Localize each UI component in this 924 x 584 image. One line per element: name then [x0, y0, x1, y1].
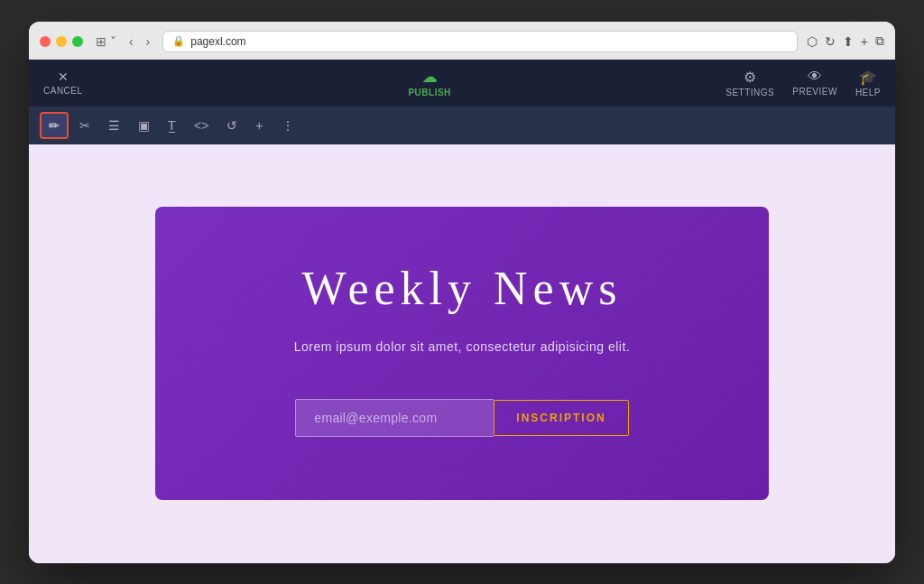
toolbar-right: ⚙ SETTINGS 👁 PREVIEW 🎓 HELP [725, 69, 881, 97]
plus-icon: + [255, 118, 263, 133]
toolbar-center: ☁ PUBLISH [134, 69, 725, 97]
help-button[interactable]: 🎓 HELP [855, 69, 881, 97]
align-icon: ☰ [108, 118, 120, 133]
page-content: Weekly News Lorem ipsum dolor sit amet, … [29, 144, 895, 563]
app-toolbar: ✕ CANCEL ☁ PUBLISH ⚙ SETTINGS 👁 PREVIEW … [29, 60, 895, 107]
undo-tool-button[interactable]: ↺ [219, 114, 245, 137]
ellipsis-icon: ⋮ [282, 118, 294, 133]
cancel-label: CANCEL [43, 86, 83, 96]
pencil-icon: ✏ [49, 118, 60, 133]
publish-button[interactable]: ☁ PUBLISH [408, 69, 450, 97]
maximize-traffic-light[interactable] [72, 36, 83, 47]
minimize-traffic-light[interactable] [56, 36, 67, 47]
refresh-button[interactable]: ↻ [825, 34, 836, 49]
back-button[interactable]: ‹ [125, 32, 137, 51]
code-icon: <> [194, 118, 208, 133]
newsletter-section: Weekly News Lorem ipsum dolor sit amet, … [155, 207, 769, 499]
eye-icon: 👁 [808, 69, 823, 85]
browser-controls: ⊞ ˅ ‹ › [92, 32, 153, 51]
preview-button[interactable]: 👁 PREVIEW [792, 69, 837, 97]
tabs-button[interactable]: ⧉ [875, 33, 884, 49]
publish-label: PUBLISH [408, 88, 450, 97]
cancel-icon: ✕ [58, 70, 69, 84]
scissors-icon: ✂ [79, 118, 90, 133]
text-icon: T̲ [168, 118, 176, 133]
preview-label: PREVIEW [792, 87, 837, 97]
close-traffic-light[interactable] [40, 36, 51, 47]
forward-button[interactable]: › [143, 32, 154, 51]
new-tab-button[interactable]: + [861, 34, 868, 49]
window-layout-button[interactable]: ⊞ ˅ [92, 32, 120, 51]
share-button[interactable]: ⬆ [843, 34, 854, 49]
lock-icon: 🔒 [172, 35, 185, 47]
text-tool-button[interactable]: T̲ [161, 114, 183, 137]
settings-label: SETTINGS [725, 88, 774, 97]
align-tool-button[interactable]: ☰ [101, 114, 127, 137]
toolbar-left: ✕ CANCEL [43, 70, 134, 96]
help-label: HELP [855, 88, 881, 97]
settings-button[interactable]: ⚙ SETTINGS [725, 69, 774, 97]
element-toolbar: ✏ ✂ ☰ ▣ T̲ <> ↺ + ⋮ [29, 107, 895, 144]
newsletter-title: Weekly News [302, 261, 623, 317]
publish-icon: ☁ [422, 69, 438, 86]
browser-actions: ⬡ ↻ ⬆ + ⧉ [807, 33, 884, 49]
inscription-button[interactable]: INSCRIPTION [494, 400, 628, 436]
gear-icon: ⚙ [744, 69, 757, 86]
newsletter-subtitle: Lorem ipsum dolor sit amet, consectetur … [294, 339, 630, 354]
newsletter-form: INSCRIPTION [295, 399, 628, 437]
more-tool-button[interactable]: ⋮ [274, 114, 301, 137]
cast-button[interactable]: ⬡ [807, 34, 818, 49]
email-input[interactable] [295, 399, 494, 437]
undo-icon: ↺ [226, 118, 237, 133]
browser-window: ⊞ ˅ ‹ › 🔒 pagexl.com ⬡ ↻ ⬆ + ⧉ ✕ CANCEL … [29, 22, 895, 563]
url-text: pagexl.com [190, 35, 245, 48]
graduation-icon: 🎓 [859, 69, 878, 86]
address-bar[interactable]: 🔒 pagexl.com [162, 31, 798, 52]
crop-tool-button[interactable]: ▣ [131, 114, 157, 137]
crop-icon: ▣ [138, 118, 150, 133]
edit-tool-button[interactable]: ✏ [40, 112, 69, 139]
cancel-button[interactable]: ✕ CANCEL [43, 70, 83, 96]
browser-chrome: ⊞ ˅ ‹ › 🔒 pagexl.com ⬡ ↻ ⬆ + ⧉ [29, 22, 895, 60]
traffic-lights [40, 36, 83, 47]
select-tool-button[interactable]: ✂ [72, 114, 97, 137]
add-tool-button[interactable]: + [248, 114, 270, 137]
code-tool-button[interactable]: <> [187, 114, 216, 137]
